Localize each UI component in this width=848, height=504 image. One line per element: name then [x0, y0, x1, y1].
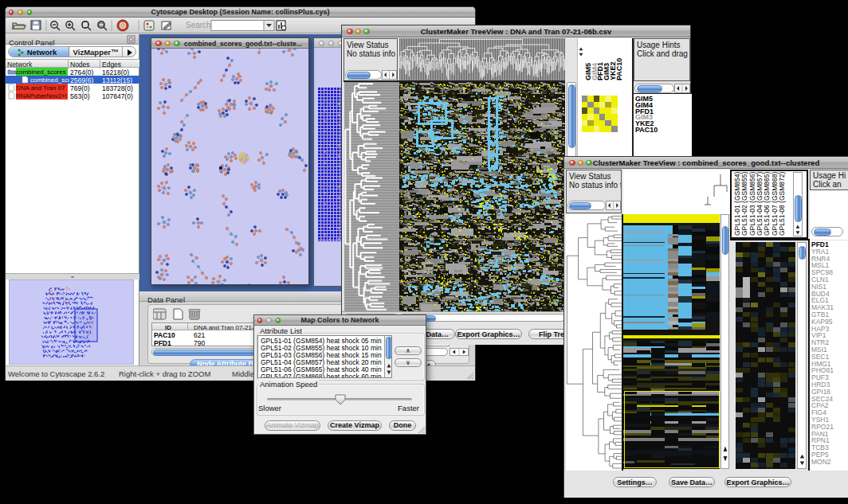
svg-text:Search:: Search:	[186, 21, 213, 29]
svg-text:PAC10: PAC10	[615, 58, 623, 80]
svg-text:GPL51-08 (GSM872): GPL51-08 (GSM872)	[778, 172, 786, 236]
